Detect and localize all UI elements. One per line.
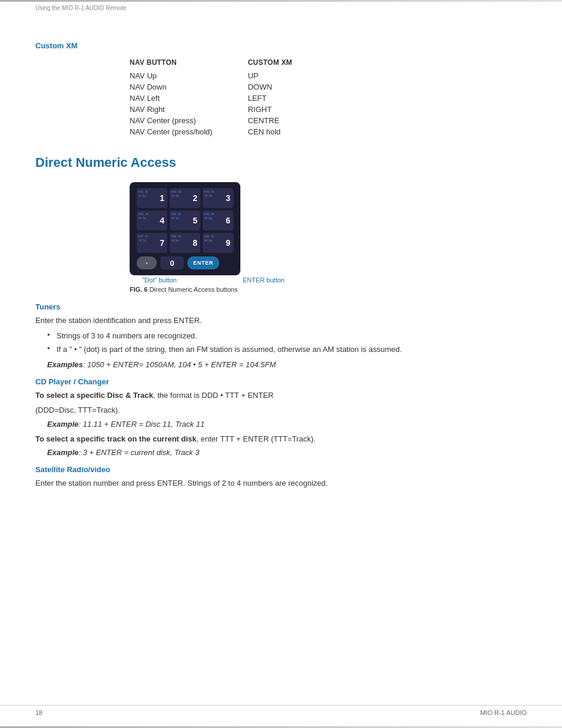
table-row: NAV RightRIGHT — [130, 104, 328, 115]
zero-label: 0 — [170, 259, 174, 268]
custom-xm-cell: CEN hold — [248, 126, 328, 137]
header-line: Using the MIO R-1 AUDIO Remote — [35, 5, 527, 11]
key-number: 4 — [160, 216, 164, 225]
keypad-rows: M1 f11f 1o1M2 f22f 2o2M3 f33f 3o3M4 f44f… — [137, 188, 233, 253]
cd-bold2: To select a specific track on the curren… — [35, 434, 197, 443]
zero-button[interactable]: 0 — [160, 256, 184, 269]
key-number: 2 — [193, 194, 197, 202]
cd-player-heading: CD Player / Changer — [35, 377, 527, 386]
cd-example-text2: : 3 + ENTER = current disk, Track 3 — [78, 448, 199, 457]
tuners-example-label: Examples — [47, 360, 83, 369]
key-number: 1 — [160, 194, 164, 202]
cd-example-label2: Example — [47, 448, 78, 457]
table-row: NAV UpUP — [130, 70, 328, 81]
tuners-example-text: : 1050 + ENTER= 1050AM, 104 • 5 + ENTER … — [83, 360, 276, 369]
custom-xm-cell: CENTRE — [248, 115, 328, 126]
enter-button-label: ENTER button — [243, 276, 285, 284]
product-name: MIO R-1 AUDIO — [480, 709, 527, 716]
dot-button[interactable]: • — [137, 256, 157, 269]
cd-player-line2: To select a specific track on the curren… — [35, 433, 527, 445]
custom-xm-cell: UP — [248, 70, 328, 81]
fig-caption-text: Direct Numeric Access buttons — [150, 286, 238, 293]
custom-xm-section: Custom XM NAV Button CUSTOM XM NAV UpUPN… — [35, 41, 527, 137]
tuners-bullets: Strings of 3 to 4 numbers are recognized… — [47, 330, 527, 355]
key-1[interactable]: M1 f11f 1o1 — [137, 188, 167, 208]
tuners-heading: Tuners — [35, 302, 527, 311]
key-2[interactable]: M2 f22f 2o2 — [170, 188, 200, 208]
cd-sub1: (DDD=Disc, TTT=Track). — [35, 404, 527, 416]
key-small-label: M4 f44f 4o — [138, 212, 148, 220]
diagram-label-row: "Dot" button ENTER button — [130, 276, 285, 284]
list-item: Strings of 3 to 4 numbers are recognized… — [47, 330, 527, 342]
tuners-para: Enter the station identification and pre… — [35, 315, 527, 327]
key-7[interactable]: M7 f77f 7o7 — [137, 233, 167, 253]
keypad-diagram-wrapper: M1 f11f 1o1M2 f22f 2o2M3 f33f 3o3M4 f44f… — [130, 182, 527, 284]
top-border — [0, 0, 562, 2]
cd-player-line1: To select a specific Disc & Track, the f… — [35, 390, 527, 401]
custom-xm-cell: RIGHT — [248, 104, 328, 115]
cd-example-label1: Example — [47, 420, 78, 429]
key-small-label: M9 f99f 9o — [204, 235, 214, 243]
custom-xm-cell: LEFT — [248, 93, 328, 104]
cd-bold1: To select a specific Disc & Track — [35, 391, 153, 400]
nav-button-cell: NAV Up — [130, 70, 248, 81]
keypad-row: M4 f44f 4o4M5 f55f 5o5M6 f66f 6o6 — [137, 210, 233, 230]
dot-symbol: • — [146, 260, 148, 266]
key-small-label: M2 f22f 2o — [171, 190, 181, 198]
keypad-row: M7 f77f 7o7M8 f88f 8o8M9 f99f 9o9 — [137, 233, 233, 253]
cd-text2: , enter TTT + ENTER (TTT=Track). — [197, 434, 316, 443]
key-9[interactable]: M9 f99f 9o9 — [203, 233, 233, 253]
key-small-label: M8 f88f 8o — [171, 235, 181, 243]
key-small-label: M1 f11f 1o — [138, 190, 148, 198]
table-row: NAV Center (press)CENTRE — [130, 115, 328, 126]
nav-button-cell: NAV Center (press) — [130, 115, 248, 126]
key-5[interactable]: M5 f55f 5o5 — [170, 210, 200, 230]
satellite-heading: Satellite Radio/video — [35, 465, 527, 474]
key-small-label: M6 f66f 6o — [204, 212, 214, 220]
custom-xm-cell: DOWN — [248, 81, 328, 93]
nav-button-cell: NAV Left — [130, 93, 248, 104]
direct-numeric-heading: Direct Numeric Access — [35, 155, 527, 170]
table-row: NAV Center (press/hold)CEN hold — [130, 126, 328, 137]
tuners-example: Examples: 1050 + ENTER= 1050AM, 104 • 5 … — [47, 360, 527, 369]
key-number: 3 — [226, 194, 230, 202]
dot-button-label: "Dot" button — [130, 276, 177, 284]
key-number: 7 — [160, 239, 164, 247]
page-number: 18 — [35, 709, 42, 716]
list-item: If a " • " (dot) is part of the string, … — [47, 344, 527, 355]
nav-button-cell: NAV Down — [130, 81, 248, 93]
key-number: 6 — [226, 216, 230, 225]
nav-button-cell: NAV Center (press/hold) — [130, 126, 248, 137]
key-8[interactable]: M8 f88f 8o8 — [170, 233, 200, 253]
key-4[interactable]: M4 f44f 4o4 — [137, 210, 167, 230]
custom-xm-heading: Custom XM — [35, 41, 527, 50]
nav-button-cell: NAV Right — [130, 104, 248, 115]
nav-table: NAV Button CUSTOM XM NAV UpUPNAV DownDOW… — [130, 57, 328, 137]
page-footer: 18 MIO R-1 AUDIO — [0, 705, 562, 716]
key-small-label: M5 f55f 5o — [171, 212, 181, 220]
direct-numeric-section: Direct Numeric Access M1 f11f 1o1M2 f22f… — [35, 155, 527, 489]
key-number: 9 — [226, 239, 230, 247]
enter-label: ENTER — [193, 260, 213, 266]
cd-example-text1: : 11.11 + ENTER = Disc 11, Track 11 — [78, 420, 204, 429]
key-3[interactable]: M3 f33f 3o3 — [203, 188, 233, 208]
fig-label: FIG. 6 — [130, 286, 148, 293]
cd-example1: Example: 11.11 + ENTER = Disc 11, Track … — [47, 420, 527, 429]
nav-table-col2-header: CUSTOM XM — [248, 57, 328, 70]
nav-table-col1-header: NAV Button — [130, 57, 248, 70]
table-row: NAV DownDOWN — [130, 81, 328, 93]
cd-text1: , the format is DDD • TTT + ENTER — [153, 391, 274, 400]
keypad-row: M1 f11f 1o1M2 f22f 2o2M3 f33f 3o3 — [137, 188, 233, 208]
bottom-controls: • 0 ENTER — [137, 256, 233, 269]
key-6[interactable]: M6 f66f 6o6 — [203, 210, 233, 230]
fig-caption: FIG. 6 Direct Numeric Access buttons — [130, 286, 527, 293]
table-row: NAV LeftLEFT — [130, 93, 328, 104]
satellite-para: Enter the station number and press ENTER… — [35, 477, 527, 489]
cd-example2: Example: 3 + ENTER = current disk, Track… — [47, 448, 527, 457]
keypad-container: M1 f11f 1o1M2 f22f 2o2M3 f33f 3o3M4 f44f… — [130, 182, 240, 275]
key-small-label: M7 f77f 7o — [138, 235, 148, 243]
key-number: 5 — [193, 216, 197, 225]
key-small-label: M3 f33f 3o — [204, 190, 214, 198]
enter-button[interactable]: ENTER — [187, 256, 219, 269]
key-number: 8 — [193, 239, 197, 247]
